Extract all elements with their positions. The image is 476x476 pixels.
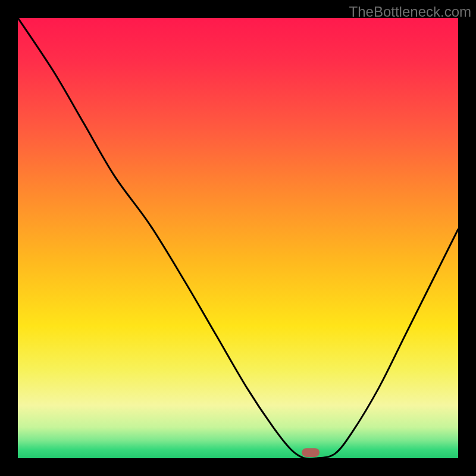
plot-area [18,18,458,458]
bottleneck-curve-path [18,18,458,458]
bottleneck-line-svg [18,18,458,458]
chart-container: TheBottleneck.com [0,0,476,476]
optimum-marker [302,448,320,457]
watermark-label: TheBottleneck.com [349,4,471,20]
